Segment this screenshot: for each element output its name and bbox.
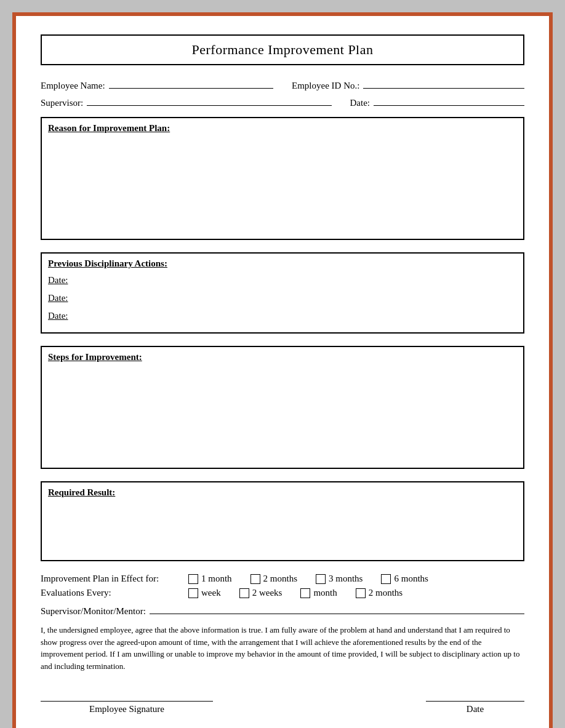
checkbox-week-box[interactable] bbox=[188, 588, 198, 598]
improvement-plan-row: Improvement Plan in Effect for: 1 month … bbox=[41, 574, 524, 584]
checkbox-1month-label: 1 month bbox=[201, 574, 232, 584]
date-entry-3: Date: bbox=[48, 311, 517, 321]
checkbox-6months-box[interactable] bbox=[381, 574, 391, 584]
name-id-row: Employee Name: Employee ID No.: bbox=[41, 78, 524, 91]
checkbox-2months-eval-label: 2 months bbox=[369, 588, 403, 598]
checkbox-week: week bbox=[188, 588, 221, 598]
required-section: Required Result: bbox=[41, 481, 524, 561]
signature-area: Employee Signature Date bbox=[41, 690, 524, 714]
date-sig-block: Date bbox=[426, 690, 524, 714]
page: Performance Improvement Plan Employee Na… bbox=[12, 12, 553, 728]
steps-header: Steps for Improvement: bbox=[42, 347, 523, 365]
checkbox-month-label: month bbox=[313, 588, 337, 598]
checkboxes-area: Improvement Plan in Effect for: 1 month … bbox=[41, 574, 524, 617]
employee-name-input[interactable] bbox=[109, 78, 273, 89]
page-title: Performance Improvement Plan bbox=[191, 42, 373, 57]
checkbox-2months-box[interactable] bbox=[250, 574, 260, 584]
date-sig-label: Date bbox=[467, 704, 484, 714]
employee-name-group: Employee Name: bbox=[41, 78, 273, 91]
checkbox-1month: 1 month bbox=[188, 574, 232, 584]
employee-sig-line[interactable] bbox=[41, 690, 213, 702]
evaluations-row: Evaluations Every: week 2 weeks month 2 … bbox=[41, 588, 524, 598]
agreement-text: I, the undersigned employee, agree that … bbox=[41, 624, 524, 672]
employee-id-input[interactable] bbox=[363, 78, 524, 89]
checkbox-1month-box[interactable] bbox=[188, 574, 198, 584]
checkbox-3months: 3 months bbox=[316, 574, 363, 584]
title-box: Performance Improvement Plan bbox=[41, 34, 524, 65]
checkbox-3months-box[interactable] bbox=[316, 574, 326, 584]
checkbox-2months-label: 2 months bbox=[263, 574, 297, 584]
checkbox-2weeks: 2 weeks bbox=[239, 588, 282, 598]
checkbox-2weeks-box[interactable] bbox=[239, 588, 249, 598]
checkbox-month-box[interactable] bbox=[300, 588, 310, 598]
steps-section: Steps for Improvement: bbox=[41, 346, 524, 469]
employee-id-group: Employee ID No.: bbox=[292, 78, 524, 91]
disciplinary-section: Previous Disciplinary Actions: Date: Dat… bbox=[41, 252, 524, 334]
supervisor-group: Supervisor: bbox=[41, 95, 332, 108]
checkbox-2months-eval: 2 months bbox=[356, 588, 403, 598]
header-fields: Employee Name: Employee ID No.: Supervis… bbox=[41, 78, 524, 108]
checkbox-week-label: week bbox=[201, 588, 221, 598]
checkbox-2months: 2 months bbox=[250, 574, 297, 584]
checkbox-6months-label: 6 months bbox=[394, 574, 428, 584]
date-sig-line[interactable] bbox=[426, 690, 524, 702]
checkbox-month: month bbox=[300, 588, 337, 598]
employee-sig-label: Employee Signature bbox=[89, 704, 164, 714]
supervisor-monitor-input[interactable] bbox=[150, 603, 524, 614]
employee-sig-block: Employee Signature bbox=[41, 690, 213, 714]
employee-name-label: Employee Name: bbox=[41, 81, 105, 91]
supervisor-date-row: Supervisor: Date: bbox=[41, 95, 524, 108]
date-entry-1: Date: bbox=[48, 275, 517, 286]
disciplinary-content: Date: Date: Date: bbox=[42, 271, 523, 332]
reason-section: Reason for Improvement Plan: bbox=[41, 117, 524, 240]
employee-id-label: Employee ID No.: bbox=[292, 81, 359, 91]
supervisor-monitor-label: Supervisor/Monitor/Mentor: bbox=[41, 606, 146, 617]
checkbox-2months-eval-box[interactable] bbox=[356, 588, 366, 598]
date-entry-2: Date: bbox=[48, 293, 517, 303]
checkbox-2weeks-label: 2 weeks bbox=[252, 588, 282, 598]
evaluations-label: Evaluations Every: bbox=[41, 588, 188, 598]
supervisor-monitor-row: Supervisor/Monitor/Mentor: bbox=[41, 603, 524, 617]
supervisor-label: Supervisor: bbox=[41, 98, 83, 108]
checkbox-3months-label: 3 months bbox=[329, 574, 363, 584]
reason-header: Reason for Improvement Plan: bbox=[42, 118, 523, 136]
date-input[interactable] bbox=[374, 95, 524, 106]
date-label: Date: bbox=[350, 98, 370, 108]
supervisor-input[interactable] bbox=[87, 95, 331, 106]
improvement-plan-label: Improvement Plan in Effect for: bbox=[41, 574, 188, 584]
checkbox-6months: 6 months bbox=[381, 574, 428, 584]
disciplinary-header: Previous Disciplinary Actions: bbox=[42, 254, 523, 271]
date-group: Date: bbox=[350, 95, 525, 108]
required-header: Required Result: bbox=[42, 482, 523, 500]
